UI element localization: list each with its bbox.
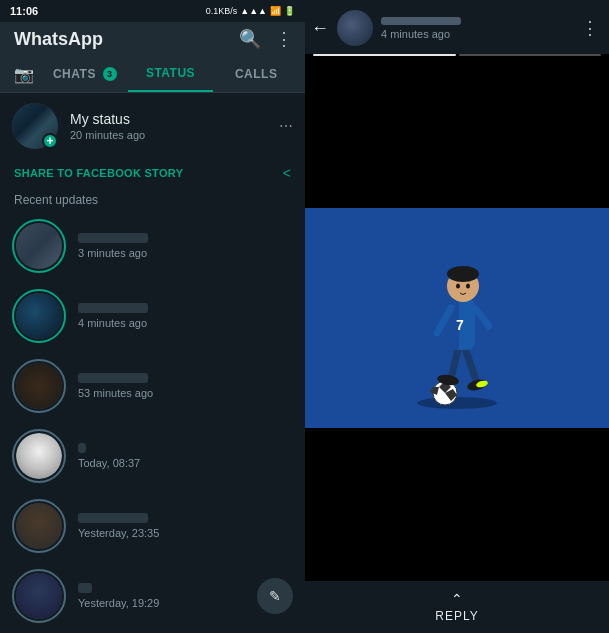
tab-chats[interactable]: CHATS 3 bbox=[42, 57, 128, 92]
status-update-5-time: Yesterday, 23:35 bbox=[78, 527, 293, 539]
tabs-row: 📷 CHATS 3 STATUS CALLS bbox=[0, 56, 305, 93]
battery-icon: 🔋 bbox=[284, 6, 295, 16]
status-update-6-name bbox=[78, 583, 92, 593]
story-more-options[interactable]: ⋮ bbox=[581, 17, 599, 39]
status-avatar-4 bbox=[16, 433, 62, 479]
story-bottom-black bbox=[305, 428, 609, 582]
status-update-2-name bbox=[78, 303, 148, 313]
footballer-illustration: 7 bbox=[357, 218, 557, 418]
status-avatar-5 bbox=[16, 503, 62, 549]
story-image-area[interactable]: 7 bbox=[305, 208, 609, 428]
status-update-1-info: 3 minutes ago bbox=[78, 233, 293, 259]
story-header: ← 4 minutes ago ⋮ bbox=[305, 0, 609, 54]
status-update-4-time: Today, 08:37 bbox=[78, 457, 293, 469]
status-bar: 11:06 0.1KB/s ▲▲▲ 📶 🔋 bbox=[0, 0, 305, 22]
chevron-up-icon: ⌃ bbox=[451, 591, 463, 607]
left-panel: 11:06 0.1KB/s ▲▲▲ 📶 🔋 WhatsApp 🔍 ⋮ 📷 CHA… bbox=[0, 0, 305, 633]
status-update-2-time: 4 minutes ago bbox=[78, 317, 293, 329]
status-update-6-info: Yesterday, 19:29 bbox=[78, 583, 245, 609]
status-update-4[interactable]: Today, 08:37 bbox=[0, 421, 305, 491]
app-title: WhatsApp bbox=[14, 29, 103, 50]
tab-calls[interactable]: CALLS bbox=[213, 57, 299, 91]
status-update-2-info: 4 minutes ago bbox=[78, 303, 293, 329]
svg-line-11 bbox=[475, 308, 489, 326]
status-avatar-3 bbox=[16, 363, 62, 409]
svg-point-13 bbox=[447, 266, 479, 282]
pencil-button[interactable]: ✎ bbox=[257, 578, 293, 614]
status-avatar-ring-5 bbox=[12, 499, 66, 553]
status-avatar-6 bbox=[16, 573, 62, 619]
network-speed: 0.1KB/s bbox=[206, 6, 238, 16]
svg-line-10 bbox=[437, 308, 451, 333]
status-avatar-ring-1 bbox=[12, 219, 66, 273]
search-icon[interactable]: 🔍 bbox=[239, 28, 261, 50]
status-update-1[interactable]: 3 minutes ago bbox=[0, 211, 305, 281]
share-to-facebook-row[interactable]: SHARE TO FACEBOOK STORY < bbox=[0, 159, 305, 187]
back-button[interactable]: ← bbox=[311, 18, 329, 39]
story-contact-name bbox=[381, 17, 461, 25]
svg-point-15 bbox=[466, 283, 470, 288]
recent-updates-header: Recent updates bbox=[0, 187, 305, 211]
status-update-6-action: ✎ bbox=[257, 578, 293, 614]
svg-line-2 bbox=[465, 348, 477, 383]
story-avatar bbox=[337, 10, 373, 46]
status-update-2[interactable]: 4 minutes ago bbox=[0, 281, 305, 351]
status-avatar-ring-3 bbox=[12, 359, 66, 413]
status-update-6-time: Yesterday, 19:29 bbox=[78, 597, 245, 609]
progress-bar-2 bbox=[459, 54, 602, 56]
share-to-facebook-label: SHARE TO FACEBOOK STORY bbox=[14, 167, 183, 179]
my-status-row: + My status 20 minutes ago ⋯ bbox=[0, 93, 305, 159]
my-status-time: 20 minutes ago bbox=[70, 129, 267, 141]
svg-text:7: 7 bbox=[456, 317, 464, 333]
story-timestamp: 4 minutes ago bbox=[381, 28, 573, 40]
my-status-menu[interactable]: ⋯ bbox=[279, 118, 293, 134]
status-update-6[interactable]: Yesterday, 19:29 ✎ bbox=[0, 561, 305, 631]
status-avatar-ring-6 bbox=[12, 569, 66, 623]
status-avatar-2 bbox=[16, 293, 62, 339]
status-icons: 0.1KB/s ▲▲▲ 📶 🔋 bbox=[206, 6, 295, 16]
status-update-3-info: 53 minutes ago bbox=[78, 373, 293, 399]
header-icons: 🔍 ⋮ bbox=[239, 28, 293, 50]
status-update-1-time: 3 minutes ago bbox=[78, 247, 293, 259]
progress-bar-1 bbox=[313, 54, 456, 56]
status-time: 11:06 bbox=[10, 5, 38, 17]
status-update-4-info: Today, 08:37 bbox=[78, 443, 293, 469]
story-progress-bars bbox=[305, 54, 609, 56]
status-content: + My status 20 minutes ago ⋯ SHARE TO FA… bbox=[0, 93, 305, 633]
my-status-name: My status bbox=[70, 111, 267, 127]
svg-point-0 bbox=[417, 397, 497, 409]
status-update-4-name bbox=[78, 443, 86, 453]
status-avatar-1 bbox=[16, 223, 62, 269]
status-update-3-time: 53 minutes ago bbox=[78, 387, 293, 399]
status-update-3[interactable]: 53 minutes ago bbox=[0, 351, 305, 421]
my-status-info: My status 20 minutes ago bbox=[70, 111, 267, 141]
status-update-5-info: Yesterday, 23:35 bbox=[78, 513, 293, 539]
status-avatar-ring-2 bbox=[12, 289, 66, 343]
svg-point-14 bbox=[456, 283, 460, 288]
reply-label: REPLY bbox=[435, 609, 478, 623]
svg-line-5 bbox=[451, 346, 459, 378]
camera-tab-icon[interactable]: 📷 bbox=[6, 57, 42, 92]
more-options-icon[interactable]: ⋮ bbox=[275, 28, 293, 50]
tab-status[interactable]: STATUS bbox=[128, 56, 214, 92]
reply-area[interactable]: ⌃ REPLY bbox=[305, 581, 609, 633]
my-status-avatar-container[interactable]: + bbox=[12, 103, 58, 149]
signal-icon: ▲▲▲ bbox=[240, 6, 267, 16]
add-status-button[interactable]: + bbox=[42, 133, 58, 149]
status-avatar-ring-4 bbox=[12, 429, 66, 483]
app-header: WhatsApp 🔍 ⋮ bbox=[0, 22, 305, 56]
chats-badge: 3 bbox=[103, 67, 117, 81]
right-panel: ← 4 minutes ago ⋮ bbox=[305, 0, 609, 633]
status-update-1-name bbox=[78, 233, 148, 243]
share-icon[interactable]: < bbox=[283, 165, 291, 181]
wifi-icon: 📶 bbox=[270, 6, 281, 16]
status-update-3-name bbox=[78, 373, 148, 383]
status-update-5[interactable]: Yesterday, 23:35 bbox=[0, 491, 305, 561]
story-top-black bbox=[305, 54, 609, 208]
status-update-5-name bbox=[78, 513, 148, 523]
story-meta: 4 minutes ago bbox=[381, 17, 573, 40]
